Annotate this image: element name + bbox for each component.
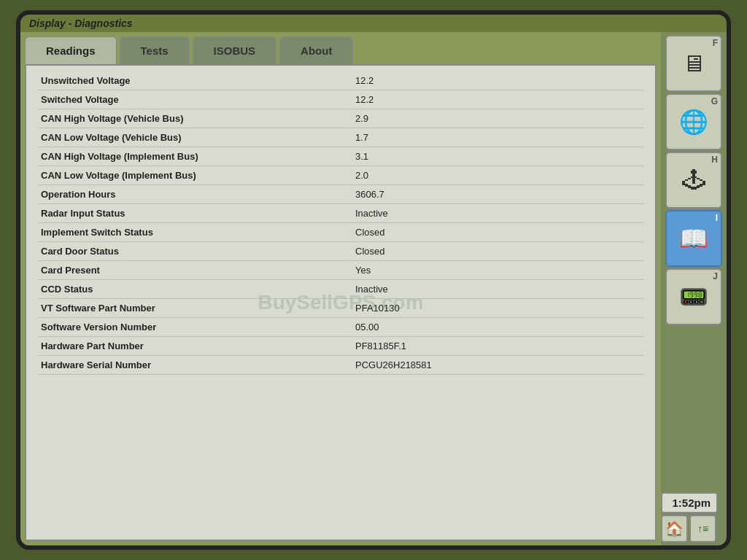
row-label: Software Version Number: [41, 322, 326, 332]
bottom-buttons: 🏠 ↑≡: [661, 515, 727, 542]
table-row: VT Software Part Number PFA10130: [38, 299, 643, 318]
sidebar-icon-f: 🖥: [682, 50, 705, 77]
up-menu-button[interactable]: ↑≡: [689, 515, 716, 542]
row-value: 3.1: [326, 151, 640, 162]
table-row: Card Present Yes: [38, 261, 643, 280]
table-row: Hardware Serial Number PCGU26H218581: [38, 356, 643, 375]
row-label: CAN High Voltage (Implement Bus): [41, 151, 326, 162]
row-label: CAN Low Voltage (Implement Bus): [41, 170, 326, 181]
row-value: PF81185F.1: [326, 341, 640, 351]
row-value: 12.2: [326, 94, 640, 105]
sidebar-icon-i: 📖: [679, 225, 708, 252]
sidebar-btn-i[interactable]: I 📖: [665, 210, 722, 267]
table-row: CAN High Voltage (Vehicle Bus) 2.9: [38, 109, 643, 128]
row-label: CAN Low Voltage (Vehicle Bus): [41, 132, 326, 143]
row-value: Closed: [326, 227, 640, 238]
title-text: Display - Diagnostics: [29, 18, 133, 29]
row-value: PFA10130: [326, 303, 640, 314]
tab-tests[interactable]: Tests: [120, 36, 190, 64]
table-row: Implement Switch Status Closed: [38, 223, 643, 242]
row-value: 3606.7: [326, 189, 640, 200]
row-label: CCD Status: [41, 284, 326, 295]
tab-isobus[interactable]: ISOBUS: [193, 36, 277, 64]
data-panel: BuySellGPS.com Unswitched Voltage 12.2 S…: [25, 64, 657, 541]
sidebar-icon-g: 🌐: [679, 108, 708, 136]
sidebar-btn-label-f: F: [713, 38, 718, 48]
table-row: Card Door Status Closed: [38, 242, 643, 261]
home-button[interactable]: 🏠: [661, 515, 688, 542]
table-row: Hardware Part Number PF81185F.1: [38, 337, 643, 356]
row-label: Radar Input Status: [41, 208, 326, 219]
row-label: Implement Switch Status: [41, 227, 326, 238]
home-icon: 🏠: [665, 520, 684, 537]
row-value: 05.00: [326, 322, 640, 332]
row-label: VT Software Part Number: [41, 303, 326, 314]
row-label: Card Door Status: [41, 246, 326, 257]
table-row: CAN Low Voltage (Implement Bus) 2.0: [38, 166, 643, 185]
row-label: Operation Hours: [41, 189, 326, 200]
sidebar-btn-h[interactable]: H 🕹: [665, 152, 722, 209]
title-bar: Display - Diagnostics: [20, 15, 727, 32]
tab-readings[interactable]: Readings: [25, 36, 117, 64]
row-label: Hardware Serial Number: [41, 359, 326, 370]
sidebar-btn-g[interactable]: G 🌐: [665, 93, 722, 150]
sidebar-btn-f[interactable]: F 🖥: [665, 35, 722, 92]
row-label: CAN High Voltage (Vehicle Bus): [41, 113, 326, 124]
table-row: CAN Low Voltage (Vehicle Bus) 1.7: [38, 128, 643, 147]
row-value: 2.9: [326, 113, 640, 124]
row-value: Closed: [326, 246, 640, 257]
row-value: 1.7: [326, 132, 640, 143]
tab-bar: ReadingsTestsISOBUSAbout: [25, 36, 657, 64]
row-label: Switched Voltage: [41, 94, 326, 105]
table-row: CAN High Voltage (Implement Bus) 3.1: [38, 147, 643, 166]
table-row: Operation Hours 3606.7: [38, 185, 643, 204]
table-row: Radar Input Status Inactive: [38, 204, 643, 223]
sidebar-btn-label-j: J: [713, 271, 718, 281]
sidebar-icon-j: 📟: [679, 283, 708, 311]
bottom-bar: 1:52pm 🏠 ↑≡: [661, 492, 727, 542]
sidebar: F 🖥 G 🌐 H 🕹 I 📖 J 📟 1:52pm 🏠 ↑≡: [661, 32, 727, 545]
content-area: ReadingsTestsISOBUSAbout BuySellGPS.com …: [20, 32, 661, 545]
table-row: Unswitched Voltage 12.2: [38, 71, 643, 90]
screen: Display - Diagnostics ReadingsTestsISOBU…: [16, 10, 731, 550]
sidebar-btn-j[interactable]: J 📟: [665, 268, 722, 325]
main-area: ReadingsTestsISOBUSAbout BuySellGPS.com …: [20, 32, 727, 545]
tab-about[interactable]: About: [279, 36, 353, 64]
sidebar-btn-label-h: H: [711, 155, 718, 165]
sidebar-btn-label-g: G: [711, 96, 718, 106]
row-value: Yes: [326, 265, 640, 276]
table-row: Software Version Number 05.00: [38, 318, 643, 337]
table-row: CCD Status Inactive: [38, 280, 643, 299]
row-value: 12.2: [326, 75, 640, 86]
table-row: Switched Voltage 12.2: [38, 90, 643, 109]
up-menu-icon: ↑≡: [697, 523, 708, 534]
row-label: Card Present: [41, 265, 326, 276]
row-value: 2.0: [326, 170, 640, 181]
row-label: Unswitched Voltage: [41, 75, 326, 86]
row-label: Hardware Part Number: [41, 341, 326, 351]
clock-display: 1:52pm: [661, 492, 718, 513]
sidebar-btn-label-i: I: [716, 213, 718, 223]
sidebar-icon-h: 🕹: [682, 167, 705, 194]
row-value: Inactive: [326, 284, 640, 295]
row-value: Inactive: [326, 208, 640, 219]
row-value: PCGU26H218581: [326, 359, 640, 370]
